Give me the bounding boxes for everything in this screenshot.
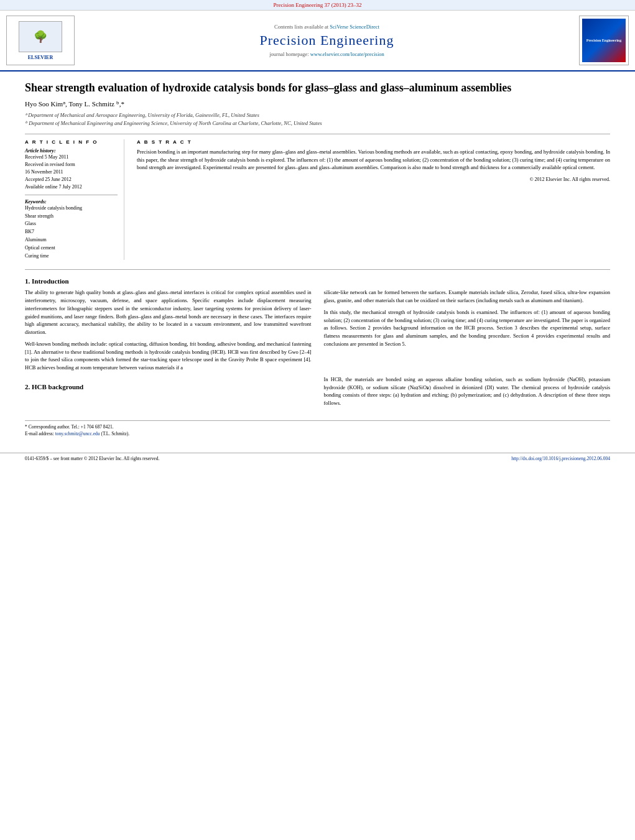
article-info-title: A R T I C L E I N F O [25, 139, 118, 145]
section-1-right: silicate-like network can be formed betw… [324, 288, 611, 376]
revised-date: 16 November 2011 [25, 168, 118, 176]
journal-homepage-link[interactable]: www.elsevier.com/locate/precision [310, 51, 384, 57]
paper-title: Shear strength evaluation of hydroxide c… [25, 81, 610, 95]
section-2-para-1: In HCB, the materials are bonded using a… [324, 376, 611, 407]
divider-1 [25, 134, 610, 134]
keyword-5: Aluminum [25, 236, 118, 244]
section-2-left: 2. HCB background [25, 376, 312, 411]
received-revised-label: Received in revised form [25, 161, 118, 168]
sciverse-anchor[interactable]: SciVerse ScienceDirect [330, 24, 379, 30]
body-content: 1. Introduction The ability to generate … [0, 277, 635, 446]
elsevier-tree-icon: 🌳 [19, 21, 62, 52]
bottom-bar: 0141-6359/$ – see front matter © 2012 El… [0, 453, 635, 464]
affiliations: ᵃ Department of Mechanical and Aerospace… [25, 111, 610, 127]
journal-citation: Precision Engineering 37 (2013) 23–32 [274, 2, 362, 8]
paper-content: Shear strength evaluation of hydroxide c… [0, 72, 635, 269]
keyword-7: Curing time [25, 252, 118, 261]
history-label: Article history: [25, 148, 118, 154]
journal-bar: Precision Engineering 37 (2013) 23–32 [0, 0, 635, 11]
keyword-1: Hydroxide catalysis bonding [25, 205, 118, 213]
received-date: Received 5 May 2011 [25, 154, 118, 161]
keywords-label: Keywords: [25, 199, 118, 205]
issn-text: 0141-6359/$ – see front matter © 2012 El… [25, 456, 159, 461]
footnote-star: * Corresponding author. Tel.: +1 704 687… [25, 423, 610, 430]
abstract-section: A B S T R A C T Precision bonding is an … [137, 139, 610, 261]
accepted-date: Accepted 25 June 2012 [25, 176, 118, 183]
section-1-para-4: In this study, the mechanical strength o… [324, 308, 611, 348]
keywords-block: Keywords: Hydroxide catalysis bonding Sh… [25, 199, 118, 261]
section-1-para-2: Well-known bonding methods include: opti… [25, 340, 312, 372]
precision-engineering-logo: Precision Engineering [582, 19, 626, 62]
footnote-email-link[interactable]: tony.schmitz@uncc.edu [55, 431, 100, 436]
section-2-header: 2. HCB background [25, 383, 312, 390]
divider-2 [25, 269, 610, 270]
section-1-columns: The ability to generate high quality bon… [25, 288, 610, 376]
section-2-right: In HCB, the materials are bonded using a… [324, 376, 611, 411]
elsevier-logo-left: 🌳 ELSEVIER [6, 16, 75, 65]
affiliation-b: ᵇ Department of Mechanical Engineering a… [25, 119, 610, 127]
keyword-2: Shear strength [25, 213, 118, 221]
sciverse-link: Contents lists available at SciVerse Sci… [81, 24, 573, 30]
journal-header: 🌳 ELSEVIER Contents lists available at S… [0, 11, 635, 72]
abstract-text: Precision bonding is an important manufa… [137, 148, 610, 172]
journal-header-center: Contents lists available at SciVerse Sci… [81, 16, 573, 65]
section-1-left: The ability to generate high quality bon… [25, 288, 312, 376]
section-2-columns: 2. HCB background In HCB, the materials … [25, 376, 610, 411]
keyword-3: Glass [25, 220, 118, 228]
footnote-area: * Corresponding author. Tel.: +1 704 687… [25, 420, 610, 438]
journal-homepage: journal homepage: www.elsevier.com/locat… [81, 51, 573, 57]
keyword-6: Optical cement [25, 244, 118, 252]
article-info: A R T I C L E I N F O Article history: R… [25, 139, 124, 261]
keyword-4: BK7 [25, 228, 118, 236]
authors: Hyo Soo Kimᵃ, Tony L. Schmitz ᵇ,* [25, 100, 610, 108]
abstract-title: A B S T R A C T [137, 139, 610, 145]
section-1-para-1: The ability to generate high quality bon… [25, 288, 312, 336]
article-history: Article history: Received 5 May 2011 Rec… [25, 148, 118, 195]
elsevier-name: ELSEVIER [28, 55, 53, 60]
available-date: Available online 7 July 2012 [25, 183, 118, 191]
affiliation-a: ᵃ Department of Mechanical and Aerospace… [25, 111, 610, 119]
journal-logo-right: Precision Engineering [579, 16, 629, 65]
footnote-email: E-mail address: tony.schmitz@uncc.edu (T… [25, 430, 610, 437]
section-1-para-3: silicate-like network can be formed betw… [324, 288, 611, 305]
copyright: © 2012 Elsevier Inc. All rights reserved… [137, 177, 610, 182]
article-meta-section: A R T I C L E I N F O Article history: R… [25, 139, 610, 261]
journal-title: Precision Engineering [81, 32, 573, 48]
section-1-header: 1. Introduction [25, 277, 610, 285]
doi-link[interactable]: http://dx.doi.org/10.1016/j.precisioneng… [511, 456, 610, 461]
